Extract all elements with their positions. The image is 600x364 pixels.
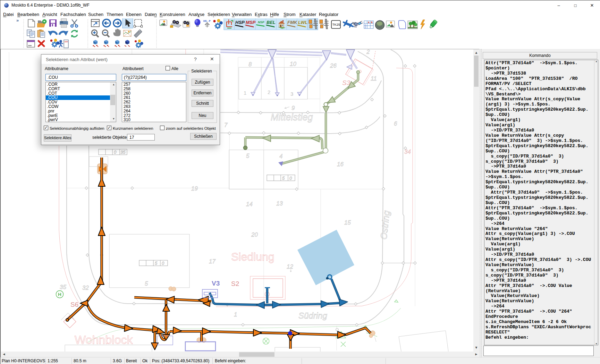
svg-text:NSP: NSP xyxy=(258,20,265,24)
svg-text:LWL: LWL xyxy=(298,20,307,25)
svg-text:TK25: TK25 xyxy=(332,23,340,26)
svg-text:5: 5 xyxy=(155,261,158,266)
svg-text:Südring: Südring xyxy=(298,311,327,320)
svg-text:20: 20 xyxy=(251,231,258,238)
svg-text:»: » xyxy=(16,18,19,23)
svg-text:HSP: HSP xyxy=(235,20,245,25)
svg-text:S6: S6 xyxy=(70,301,78,308)
svg-text:A: A xyxy=(368,21,370,24)
svg-text:34: 34 xyxy=(404,149,411,155)
svg-text:32: 32 xyxy=(82,285,89,291)
svg-text:7: 7 xyxy=(224,122,228,128)
svg-text:26: 26 xyxy=(330,62,337,69)
svg-text:35: 35 xyxy=(60,284,66,290)
svg-text:HS - P: HS - P xyxy=(203,20,211,22)
svg-text:14: 14 xyxy=(246,201,253,208)
svg-text:Ostring: Ostring xyxy=(378,210,392,240)
svg-text:0: 0 xyxy=(162,261,164,266)
svg-text:Wohnblock: Wohnblock xyxy=(75,333,133,346)
svg-text:9: 9 xyxy=(291,105,295,111)
svg-text:V3: V3 xyxy=(212,280,220,287)
svg-text:5: 5 xyxy=(145,280,148,287)
svg-text:Mittelstieg: Mittelstieg xyxy=(271,112,313,122)
svg-text:4: 4 xyxy=(279,153,282,160)
svg-text:35: 35 xyxy=(120,150,126,155)
svg-text:6: 6 xyxy=(394,120,397,127)
svg-text:MSP: MSP xyxy=(246,20,256,25)
svg-text:3: 3 xyxy=(290,91,293,97)
svg-text:2: 2 xyxy=(365,26,366,28)
svg-text:2: 2 xyxy=(268,89,270,95)
svg-text:exit: exit xyxy=(65,41,68,43)
svg-text:0: 0 xyxy=(114,150,117,155)
svg-text:17: 17 xyxy=(209,258,216,265)
svg-text:2: 2 xyxy=(366,49,370,55)
svg-text:BEL: BEL xyxy=(267,20,276,25)
svg-text:15: 15 xyxy=(344,219,351,226)
svg-text:8: 8 xyxy=(248,61,252,68)
svg-text:FMK: FMK xyxy=(287,20,298,25)
svg-text:11: 11 xyxy=(371,75,377,82)
svg-text:B: B xyxy=(371,21,373,24)
svg-text:1: 1 xyxy=(234,311,237,318)
svg-text:19: 19 xyxy=(191,185,198,192)
svg-text:10: 10 xyxy=(290,61,296,67)
svg-text:0: 0 xyxy=(289,176,292,181)
svg-text:H: H xyxy=(58,292,61,297)
svg-text:16: 16 xyxy=(337,161,344,168)
svg-text:12: 12 xyxy=(287,263,293,270)
svg-text:1: 1 xyxy=(244,90,246,96)
svg-text:13: 13 xyxy=(276,200,283,207)
svg-text:5: 5 xyxy=(246,153,250,159)
svg-text:S2: S2 xyxy=(231,280,239,287)
svg-text:Siedlung: Siedlung xyxy=(231,251,274,263)
svg-text:5: 5 xyxy=(282,176,285,181)
svg-text:1: 1 xyxy=(365,24,366,26)
